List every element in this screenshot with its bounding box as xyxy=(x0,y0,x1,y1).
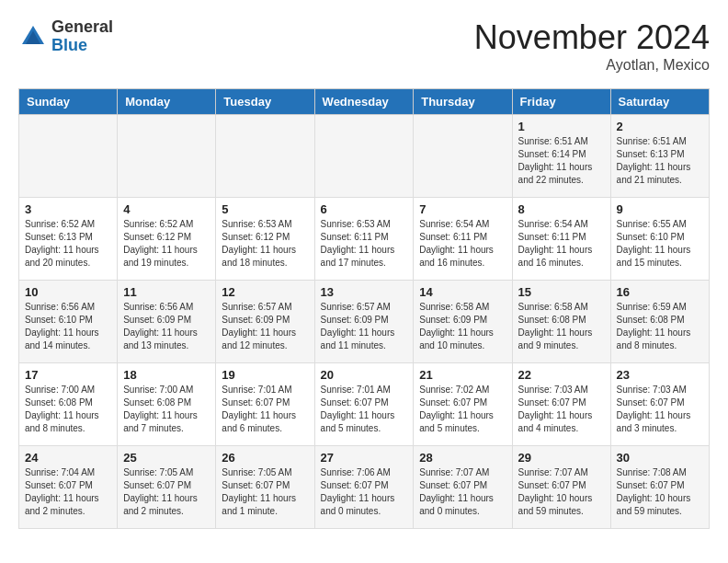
day-number: 27 xyxy=(321,451,408,465)
calendar-cell: 4Sunrise: 6:52 AM Sunset: 6:12 PM Daylig… xyxy=(118,198,216,281)
weekday-header-row: SundayMondayTuesdayWednesdayThursdayFrid… xyxy=(19,89,710,115)
day-number: 16 xyxy=(617,285,703,299)
week-row-4: 17Sunrise: 7:00 AM Sunset: 6:08 PM Dayli… xyxy=(19,363,710,446)
calendar-cell: 30Sunrise: 7:08 AM Sunset: 6:07 PM Dayli… xyxy=(610,446,709,529)
calendar-cell: 17Sunrise: 7:00 AM Sunset: 6:08 PM Dayli… xyxy=(19,363,118,446)
weekday-header-tuesday: Tuesday xyxy=(216,89,314,115)
day-number: 4 xyxy=(123,202,210,216)
weekday-header-thursday: Thursday xyxy=(414,89,512,115)
calendar-cell: 26Sunrise: 7:05 AM Sunset: 6:07 PM Dayli… xyxy=(216,446,314,529)
calendar-cell: 8Sunrise: 6:54 AM Sunset: 6:11 PM Daylig… xyxy=(512,198,610,281)
calendar-cell: 11Sunrise: 6:56 AM Sunset: 6:09 PM Dayli… xyxy=(118,281,216,363)
day-info: Sunrise: 6:58 AM Sunset: 6:09 PM Dayligh… xyxy=(419,301,506,352)
day-info: Sunrise: 7:05 AM Sunset: 6:07 PM Dayligh… xyxy=(123,466,210,518)
day-info: Sunrise: 7:07 AM Sunset: 6:07 PM Dayligh… xyxy=(419,466,506,518)
calendar-cell: 2Sunrise: 6:51 AM Sunset: 6:13 PM Daylig… xyxy=(610,115,709,198)
day-info: Sunrise: 7:00 AM Sunset: 6:08 PM Dayligh… xyxy=(123,384,210,435)
day-number: 17 xyxy=(25,368,111,382)
calendar-cell: 20Sunrise: 7:01 AM Sunset: 6:07 PM Dayli… xyxy=(314,363,414,446)
logo-general-text: General xyxy=(51,17,113,36)
day-info: Sunrise: 6:53 AM Sunset: 6:12 PM Dayligh… xyxy=(222,218,308,270)
logo-blue-text: Blue xyxy=(51,36,87,54)
day-number: 1 xyxy=(518,120,605,133)
day-info: Sunrise: 7:04 AM Sunset: 6:07 PM Dayligh… xyxy=(25,466,111,518)
calendar-cell: 5Sunrise: 6:53 AM Sunset: 6:12 PM Daylig… xyxy=(216,198,314,281)
day-info: Sunrise: 6:57 AM Sunset: 6:09 PM Dayligh… xyxy=(222,301,308,352)
day-info: Sunrise: 6:57 AM Sunset: 6:09 PM Dayligh… xyxy=(321,301,408,352)
calendar-cell: 13Sunrise: 6:57 AM Sunset: 6:09 PM Dayli… xyxy=(314,281,414,363)
week-row-2: 3Sunrise: 6:52 AM Sunset: 6:13 PM Daylig… xyxy=(19,198,710,281)
day-info: Sunrise: 6:52 AM Sunset: 6:13 PM Dayligh… xyxy=(25,218,111,270)
calendar-cell: 19Sunrise: 7:01 AM Sunset: 6:07 PM Dayli… xyxy=(216,363,314,446)
day-number: 13 xyxy=(321,285,408,299)
day-number: 30 xyxy=(617,451,703,465)
day-number: 23 xyxy=(617,368,703,382)
calendar-cell: 27Sunrise: 7:06 AM Sunset: 6:07 PM Dayli… xyxy=(314,446,414,529)
day-info: Sunrise: 6:54 AM Sunset: 6:11 PM Dayligh… xyxy=(419,218,506,270)
calendar-cell: 12Sunrise: 6:57 AM Sunset: 6:09 PM Dayli… xyxy=(216,281,314,363)
day-info: Sunrise: 7:06 AM Sunset: 6:07 PM Dayligh… xyxy=(321,466,408,518)
calendar-cell: 24Sunrise: 7:04 AM Sunset: 6:07 PM Dayli… xyxy=(19,446,118,529)
day-number: 19 xyxy=(222,368,308,382)
calendar-cell: 23Sunrise: 7:03 AM Sunset: 6:07 PM Dayli… xyxy=(610,363,709,446)
calendar-cell: 28Sunrise: 7:07 AM Sunset: 6:07 PM Dayli… xyxy=(414,446,512,529)
calendar-cell xyxy=(118,115,216,198)
weekday-header-sunday: Sunday xyxy=(19,89,118,115)
day-info: Sunrise: 6:56 AM Sunset: 6:09 PM Dayligh… xyxy=(123,301,210,352)
day-info: Sunrise: 7:07 AM Sunset: 6:07 PM Dayligh… xyxy=(518,466,605,518)
weekday-header-monday: Monday xyxy=(118,89,216,115)
day-info: Sunrise: 7:05 AM Sunset: 6:07 PM Dayligh… xyxy=(222,466,308,518)
day-info: Sunrise: 6:53 AM Sunset: 6:11 PM Dayligh… xyxy=(321,218,408,270)
calendar-cell xyxy=(414,115,512,198)
logo: General Blue xyxy=(18,18,113,55)
logo-icon xyxy=(18,22,48,52)
month-title: November 2024 xyxy=(474,18,710,57)
day-info: Sunrise: 6:51 AM Sunset: 6:13 PM Dayligh… xyxy=(617,135,703,187)
day-number: 28 xyxy=(419,451,506,465)
location: Ayotlan, Mexico xyxy=(474,57,710,74)
calendar-cell: 7Sunrise: 6:54 AM Sunset: 6:11 PM Daylig… xyxy=(414,198,512,281)
calendar-cell xyxy=(216,115,314,198)
day-info: Sunrise: 7:02 AM Sunset: 6:07 PM Dayligh… xyxy=(419,384,506,435)
day-info: Sunrise: 6:59 AM Sunset: 6:08 PM Dayligh… xyxy=(617,301,703,352)
day-number: 12 xyxy=(222,285,308,299)
day-info: Sunrise: 6:54 AM Sunset: 6:11 PM Dayligh… xyxy=(518,218,605,270)
calendar-cell: 21Sunrise: 7:02 AM Sunset: 6:07 PM Dayli… xyxy=(414,363,512,446)
calendar-cell xyxy=(19,115,118,198)
day-number: 21 xyxy=(419,368,506,382)
calendar-cell: 22Sunrise: 7:03 AM Sunset: 6:07 PM Dayli… xyxy=(512,363,610,446)
day-info: Sunrise: 6:55 AM Sunset: 6:10 PM Dayligh… xyxy=(617,218,703,270)
day-info: Sunrise: 7:01 AM Sunset: 6:07 PM Dayligh… xyxy=(321,384,408,435)
day-info: Sunrise: 7:03 AM Sunset: 6:07 PM Dayligh… xyxy=(617,384,703,435)
day-number: 2 xyxy=(617,120,703,133)
day-number: 7 xyxy=(419,202,506,216)
day-number: 22 xyxy=(518,368,605,382)
calendar-table: SundayMondayTuesdayWednesdayThursdayFrid… xyxy=(18,88,710,529)
day-info: Sunrise: 7:08 AM Sunset: 6:07 PM Dayligh… xyxy=(617,466,703,518)
day-info: Sunrise: 6:56 AM Sunset: 6:10 PM Dayligh… xyxy=(25,301,111,352)
day-number: 25 xyxy=(123,451,210,465)
calendar-cell: 29Sunrise: 7:07 AM Sunset: 6:07 PM Dayli… xyxy=(512,446,610,529)
calendar-cell: 25Sunrise: 7:05 AM Sunset: 6:07 PM Dayli… xyxy=(118,446,216,529)
title-block: November 2024 Ayotlan, Mexico xyxy=(474,18,710,74)
day-number: 9 xyxy=(617,202,703,216)
calendar-cell: 3Sunrise: 6:52 AM Sunset: 6:13 PM Daylig… xyxy=(19,198,118,281)
day-number: 10 xyxy=(25,285,111,299)
day-info: Sunrise: 6:52 AM Sunset: 6:12 PM Dayligh… xyxy=(123,218,210,270)
calendar-cell: 6Sunrise: 6:53 AM Sunset: 6:11 PM Daylig… xyxy=(314,198,414,281)
day-info: Sunrise: 7:03 AM Sunset: 6:07 PM Dayligh… xyxy=(518,384,605,435)
week-row-5: 24Sunrise: 7:04 AM Sunset: 6:07 PM Dayli… xyxy=(19,446,710,529)
day-number: 18 xyxy=(123,368,210,382)
calendar-cell: 18Sunrise: 7:00 AM Sunset: 6:08 PM Dayli… xyxy=(118,363,216,446)
day-number: 29 xyxy=(518,451,605,465)
calendar-cell: 16Sunrise: 6:59 AM Sunset: 6:08 PM Dayli… xyxy=(610,281,709,363)
calendar-cell: 14Sunrise: 6:58 AM Sunset: 6:09 PM Dayli… xyxy=(414,281,512,363)
week-row-1: 1Sunrise: 6:51 AM Sunset: 6:14 PM Daylig… xyxy=(19,115,710,198)
weekday-header-friday: Friday xyxy=(512,89,610,115)
day-info: Sunrise: 6:58 AM Sunset: 6:08 PM Dayligh… xyxy=(518,301,605,352)
calendar-cell: 9Sunrise: 6:55 AM Sunset: 6:10 PM Daylig… xyxy=(610,198,709,281)
calendar-cell: 1Sunrise: 6:51 AM Sunset: 6:14 PM Daylig… xyxy=(512,115,610,198)
day-info: Sunrise: 6:51 AM Sunset: 6:14 PM Dayligh… xyxy=(518,135,605,187)
calendar-cell: 15Sunrise: 6:58 AM Sunset: 6:08 PM Dayli… xyxy=(512,281,610,363)
day-info: Sunrise: 7:00 AM Sunset: 6:08 PM Dayligh… xyxy=(25,384,111,435)
